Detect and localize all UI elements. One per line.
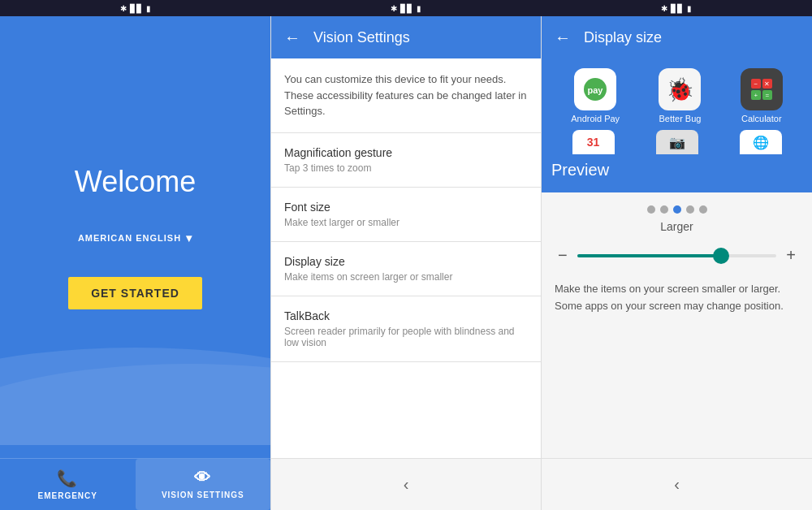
dot-4 xyxy=(686,205,694,214)
display-panel-title: Display size xyxy=(584,29,662,46)
vision-header: ← Vision Settings xyxy=(271,16,541,58)
calculator-label: Calculator xyxy=(741,114,782,123)
font-size-title: Font size xyxy=(284,201,528,214)
preview-partial-row: 31 📷 🌐 xyxy=(551,130,802,154)
slider-thumb[interactable] xyxy=(713,248,729,264)
status-section-1: ✱ ▊▊ ▮ xyxy=(0,4,270,13)
decrease-button[interactable]: − xyxy=(555,243,571,268)
wifi-icon-2: ▊▊ xyxy=(400,4,413,13)
emergency-label: EMERGENCY xyxy=(38,491,97,500)
dot-3-active xyxy=(673,205,681,214)
display-header: ← Display size xyxy=(542,16,812,58)
display-size-item[interactable]: Display size Make items on screen larger… xyxy=(271,242,541,296)
bluetooth-icon-2: ✱ xyxy=(391,4,397,13)
eye-icon: 👁 xyxy=(194,469,211,487)
status-section-3: ✱ ▊▊ ▮ xyxy=(542,4,812,13)
calendar-partial-icon: 31 xyxy=(572,130,615,154)
preview-apps-row: pay Android Pay 🐞 Better Bug − ✕ xyxy=(551,68,802,123)
bluetooth-icon: ✱ xyxy=(120,4,127,13)
vision-nav-back-button[interactable]: ‹ xyxy=(394,472,419,497)
wifi-icon-1: ▊▊ xyxy=(130,4,143,13)
vision-footer: ‹ xyxy=(271,458,541,510)
vision-panel-title: Vision Settings xyxy=(313,29,410,46)
main-content: Welcome AMERICAN ENGLISH ▾ GET STARTED 📞… xyxy=(0,16,812,510)
magnification-desc: Tap 3 times to zoom xyxy=(284,162,528,174)
dot-2 xyxy=(660,205,668,214)
android-pay-icon: pay Android Pay xyxy=(571,68,620,123)
chrome-partial-icon: 🌐 xyxy=(740,130,782,154)
talkback-title: TalkBack xyxy=(284,309,528,322)
size-label: Larger xyxy=(660,220,693,233)
status-section-2: ✱ ▊▊ ▮ xyxy=(270,4,541,13)
calculator-icon-img: − ✕ + = xyxy=(741,68,783,110)
android-pay-label: Android Pay xyxy=(571,114,620,123)
svg-text:pay: pay xyxy=(588,85,604,95)
vision-back-button[interactable]: ← xyxy=(284,28,300,47)
font-size-item[interactable]: Font size Make text larger or smaller xyxy=(271,188,541,242)
better-bug-icon: 🐞 Better Bug xyxy=(659,68,701,123)
dot-1 xyxy=(647,205,655,214)
dot-5 xyxy=(699,205,707,214)
battery-icon-2: ▮ xyxy=(417,4,421,13)
display-back-button[interactable]: ← xyxy=(555,28,571,47)
vision-body: You can customize this device to fit you… xyxy=(271,58,541,458)
welcome-waves xyxy=(0,283,270,445)
camera-partial-icon: 📷 xyxy=(656,130,698,154)
welcome-panel: Welcome AMERICAN ENGLISH ▾ GET STARTED 📞… xyxy=(0,16,270,510)
display-size-desc: Make items on screen larger or smaller xyxy=(284,271,528,283)
talkback-item[interactable]: TalkBack Screen reader primarily for peo… xyxy=(271,296,541,362)
status-bar: ✱ ▊▊ ▮ ✱ ▊▊ ▮ ✱ ▊▊ ▮ xyxy=(0,0,812,16)
language-chevron-icon: ▾ xyxy=(186,231,192,244)
welcome-bottom-bar: 📞 EMERGENCY 👁 VISION SETTINGS xyxy=(0,458,270,510)
welcome-title: Welcome xyxy=(75,165,196,199)
display-footer: ‹ xyxy=(542,458,812,510)
language-selector[interactable]: AMERICAN ENGLISH ▾ xyxy=(78,231,192,244)
battery-icon-3: ▮ xyxy=(687,4,692,13)
vision-settings-label: VISION SETTINGS xyxy=(162,491,244,499)
display-description: Make the items on your screen smaller or… xyxy=(555,281,799,315)
display-nav-back-button[interactable]: ‹ xyxy=(664,472,689,497)
increase-button[interactable]: + xyxy=(783,243,799,268)
better-bug-label: Better Bug xyxy=(659,114,701,123)
slider-track[interactable] xyxy=(577,254,777,257)
calculator-icon: − ✕ + = Calculator xyxy=(741,68,783,123)
preview-area: pay Android Pay 🐞 Better Bug − ✕ xyxy=(542,58,812,192)
preview-label: Preview xyxy=(551,154,802,183)
magnification-title: Magnification gesture xyxy=(284,146,528,159)
emergency-button[interactable]: 📞 EMERGENCY xyxy=(0,459,136,510)
bluetooth-icon-3: ✱ xyxy=(661,4,667,13)
slider-container: − + xyxy=(555,243,799,268)
talkback-desc: Screen reader primarily for people with … xyxy=(284,326,528,348)
display-panel: ← Display size pay Android Pay 🐞 xyxy=(542,16,812,510)
android-pay-icon-img: pay xyxy=(574,68,616,110)
slider-fill xyxy=(577,254,721,257)
font-size-desc: Make text larger or smaller xyxy=(284,217,528,228)
bug-emoji: 🐞 xyxy=(666,76,694,103)
battery-icon-1: ▮ xyxy=(146,4,151,13)
vision-description: You can customize this device to fit you… xyxy=(271,58,541,133)
wifi-icon-3: ▊▊ xyxy=(671,4,684,13)
better-bug-icon-img: 🐞 xyxy=(659,68,701,110)
display-size-title: Display size xyxy=(284,255,528,268)
phone-icon: 📞 xyxy=(57,469,78,488)
magnification-gesture-item[interactable]: Magnification gesture Tap 3 times to zoo… xyxy=(271,133,541,188)
vision-settings-button[interactable]: 👁 VISION SETTINGS xyxy=(136,459,271,510)
display-body: Larger − + Make the items on your screen… xyxy=(542,192,812,458)
size-dots xyxy=(647,205,707,214)
vision-panel: ← Vision Settings You can customize this… xyxy=(270,16,542,510)
language-label: AMERICAN ENGLISH xyxy=(78,233,181,243)
